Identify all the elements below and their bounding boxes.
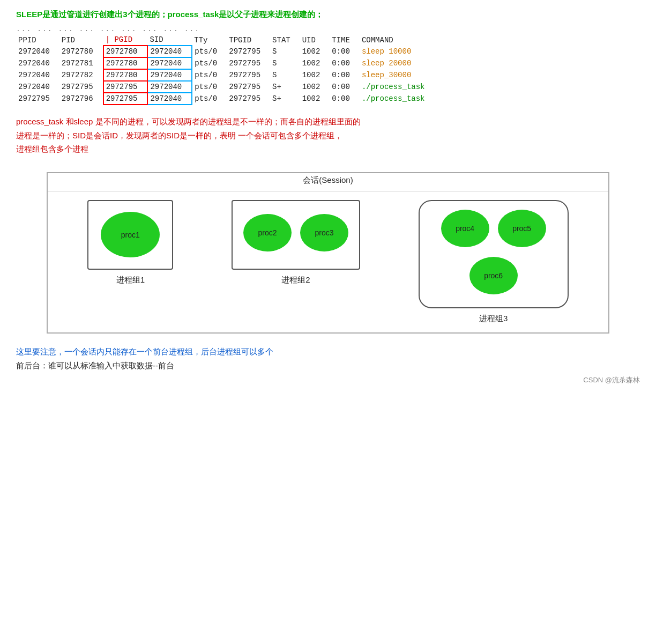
proc5-circle: proc5: [498, 210, 546, 247]
col-header-stat: STAT: [270, 34, 300, 46]
diagram-wrap: 会话(Session) proc1 进程组1 proc2 proc3 进程组2: [16, 172, 640, 334]
cell-ppid: 2972040: [16, 69, 59, 81]
cell-pid: 2972796: [59, 93, 103, 105]
cell-pgid: 2972780: [103, 69, 148, 81]
proc-group-2-box: proc2 proc3: [232, 200, 360, 270]
csdn-watermark: CSDN @流杀森林: [16, 375, 640, 385]
explanation-text: process_task 和sleep 是不同的进程，可以发现两者的进程组是不一…: [16, 115, 640, 156]
cell-uid: 1002: [300, 81, 330, 93]
col-header-tpgid: TPGID: [227, 34, 270, 46]
cell-cmd: ./process_task: [360, 81, 435, 93]
top-note: SLEEP是通过管道进行创建出3个进程的；process_task是以父子进程来…: [16, 10, 640, 20]
proc4-circle: proc4: [441, 210, 489, 247]
cell-time: 0:00: [330, 93, 360, 105]
proc-group-3-circles-row1: proc4 proc5: [441, 210, 546, 247]
proc6-circle: proc6: [469, 257, 518, 294]
cell-pid: 2972782: [59, 69, 103, 81]
col-header-uid: UID: [300, 34, 330, 46]
cell-pgid: 2972795: [103, 93, 148, 105]
bottom-note: 这里要注意，一个会话内只能存在一个前台进程组，后台进程组可以多个: [16, 344, 640, 359]
proc-group-2-label: 进程组2: [281, 275, 310, 285]
cell-tpgid: 2972795: [227, 93, 270, 105]
table-row: 2972040 2972781 2972780 2972040 pts/0 29…: [16, 57, 435, 69]
cell-cmd: sleep_30000: [360, 69, 435, 81]
cell-ppid: 2972040: [16, 46, 59, 57]
cell-pgid: 2972780: [103, 46, 148, 57]
proc-group-3: proc4 proc5 proc6 进程组3: [419, 200, 569, 324]
proc-group-1-box: proc1: [87, 200, 173, 270]
col-header-sid: SID: [147, 34, 192, 46]
proc2-circle: proc2: [243, 214, 292, 251]
cell-tpgid: 2972795: [227, 81, 270, 93]
cell-tpgid: 2972795: [227, 69, 270, 81]
cell-sid: 2972040: [147, 46, 192, 57]
cell-stat: S+: [270, 81, 300, 93]
cell-uid: 1002: [300, 93, 330, 105]
cell-cmd: sleep 20000: [360, 57, 435, 69]
cell-stat: S: [270, 69, 300, 81]
col-header-command: COMMAND: [360, 34, 435, 46]
cell-tpgid: 2972795: [227, 46, 270, 57]
cell-sid: 2972040: [147, 69, 192, 81]
footer-note: 前后台：谁可以从标准输入中获取数据--前台: [16, 361, 640, 371]
cell-uid: 1002: [300, 69, 330, 81]
table-row: 2972040 2972780 2972780 2972040 pts/0 29…: [16, 46, 435, 57]
proc-group-1-label: 进程组1: [116, 275, 145, 285]
proc-group-1: proc1 进程组1: [87, 200, 173, 285]
cell-ppid: 2972040: [16, 81, 59, 93]
proc-group-3-label: 进程组3: [479, 314, 508, 324]
cell-pgid: 2972780: [103, 57, 148, 69]
cell-sid: 2972040: [147, 93, 192, 105]
cell-tty: pts/0: [192, 81, 227, 93]
proc-group-3-box: proc4 proc5 proc6: [419, 200, 569, 308]
proc-group-3-circles-row2: proc6: [469, 257, 518, 294]
cell-tty: pts/0: [192, 57, 227, 69]
cell-tty: pts/0: [192, 69, 227, 81]
col-header-time: TIME: [330, 34, 360, 46]
cell-time: 0:00: [330, 57, 360, 69]
process-table: PPID PID | PGID SID TTy TPGID STAT UID T…: [16, 34, 435, 105]
groups-row: proc1 进程组1 proc2 proc3 进程组2 proc4: [48, 200, 608, 324]
col-header-pgid: | PGID: [103, 34, 148, 46]
cell-time: 0:00: [330, 69, 360, 81]
cell-cmd: ./process_task: [360, 93, 435, 105]
cell-pid: 2972780: [59, 46, 103, 57]
cell-pgid: 2972795: [103, 81, 148, 93]
cell-cmd: sleep 10000: [360, 46, 435, 57]
table-row: 2972040 2972782 2972780 2972040 pts/0 29…: [16, 69, 435, 81]
proc-group-2: proc2 proc3 进程组2: [232, 200, 360, 285]
proc-group-2-circles: proc2 proc3: [243, 214, 348, 251]
table-header-row: PPID PID | PGID SID TTy TPGID STAT UID T…: [16, 34, 435, 46]
cell-sid: 2972040: [147, 81, 192, 93]
cell-uid: 1002: [300, 46, 330, 57]
col-header-pid: PID: [59, 34, 103, 46]
table-row: 2972795 2972796 2972795 2972040 pts/0 29…: [16, 93, 435, 105]
cell-tty: pts/0: [192, 93, 227, 105]
process-table-wrap: PPID PID | PGID SID TTy TPGID STAT UID T…: [16, 34, 640, 105]
cell-ppid: 2972040: [16, 57, 59, 69]
cell-time: 0:00: [330, 46, 360, 57]
partial-row-hint: ... ... ... ... ... ... ... ... ...: [16, 25, 640, 33]
table-row: 2972040 2972795 2972795 2972040 pts/0 29…: [16, 81, 435, 93]
col-header-tty: TTy: [192, 34, 227, 46]
cell-time: 0:00: [330, 81, 360, 93]
proc3-circle: proc3: [300, 214, 348, 251]
session-label: 会话(Session): [48, 173, 608, 191]
cell-uid: 1002: [300, 57, 330, 69]
cell-stat: S+: [270, 93, 300, 105]
cell-pid: 2972781: [59, 57, 103, 69]
cell-tpgid: 2972795: [227, 57, 270, 69]
cell-pid: 2972795: [59, 81, 103, 93]
col-header-ppid: PPID: [16, 34, 59, 46]
proc1-circle: proc1: [101, 212, 160, 257]
cell-sid: 2972040: [147, 57, 192, 69]
cell-stat: S: [270, 57, 300, 69]
cell-tty: pts/0: [192, 46, 227, 57]
session-box: 会话(Session) proc1 进程组1 proc2 proc3 进程组2: [47, 172, 609, 334]
cell-stat: S: [270, 46, 300, 57]
cell-ppid: 2972795: [16, 93, 59, 105]
